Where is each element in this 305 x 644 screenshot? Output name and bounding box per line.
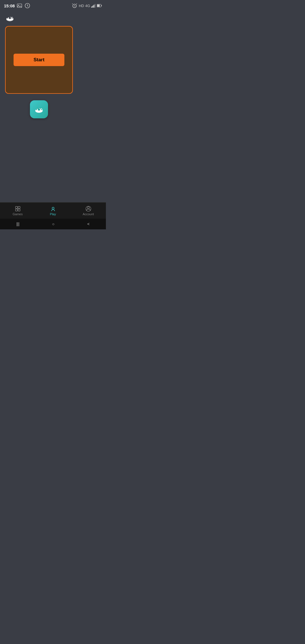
status-right: HD 4G: [71, 3, 102, 9]
account-icon: [85, 206, 91, 212]
battery-icon: [97, 4, 102, 7]
svg-rect-28: [18, 206, 20, 208]
svg-point-23: [37, 108, 38, 109]
app-logo-bar: [0, 10, 106, 26]
svg-point-14: [9, 17, 11, 19]
svg-point-15: [8, 16, 9, 17]
svg-point-25: [36, 109, 37, 110]
svg-rect-5: [92, 6, 93, 8]
bottom-nav: Games Play Account: [0, 202, 106, 219]
svg-rect-29: [15, 209, 17, 211]
svg-point-32: [87, 206, 89, 208]
svg-point-31: [52, 207, 54, 209]
svg-rect-6: [93, 5, 94, 8]
4g-badge: 4G: [85, 4, 90, 8]
nav-item-play[interactable]: Play: [35, 206, 71, 216]
app-logo: [4, 12, 16, 24]
android-nav-bar: ||| ○ <: [0, 219, 106, 229]
play-label: Play: [50, 212, 56, 216]
hd-badge: HD: [79, 4, 84, 8]
svg-rect-9: [97, 5, 100, 7]
play-icon: [50, 206, 56, 212]
games-label: Games: [13, 212, 23, 216]
svg-rect-27: [15, 206, 17, 208]
back-button[interactable]: <: [87, 222, 90, 226]
recent-apps-button[interactable]: |||: [16, 222, 19, 226]
svg-point-26: [41, 109, 42, 110]
game-app-icon: [33, 103, 45, 115]
status-bar: 15:08 HD 4G: [0, 0, 106, 10]
games-icon: [15, 206, 21, 212]
svg-rect-10: [101, 5, 102, 6]
svg-point-18: [12, 18, 12, 19]
svg-point-16: [11, 16, 12, 17]
svg-point-17: [7, 18, 8, 19]
game-card: Start: [5, 26, 73, 94]
svg-point-22: [38, 108, 40, 110]
game-icon-wrapper: [30, 100, 48, 118]
nav-item-account[interactable]: Account: [71, 206, 106, 216]
nav-item-games[interactable]: Games: [0, 206, 35, 216]
game-card-container: Start coc: [5, 26, 73, 109]
start-button[interactable]: Start: [14, 54, 64, 66]
alarm-status-icon: [71, 3, 78, 9]
main-content: Start coc: [0, 26, 106, 109]
svg-point-24: [40, 108, 41, 109]
svg-rect-4: [91, 6, 92, 8]
svg-point-1: [18, 5, 19, 6]
account-label: Account: [83, 212, 94, 216]
image-status-icon: [16, 3, 23, 9]
paw-cloud-logo-icon: [5, 12, 15, 23]
home-button[interactable]: ○: [52, 222, 55, 226]
status-time: 15:08: [4, 3, 15, 8]
signal-icon: [91, 4, 96, 8]
svg-rect-7: [95, 4, 95, 8]
svg-rect-30: [18, 209, 20, 211]
history-status-icon: [24, 3, 30, 9]
status-left: 15:08: [4, 3, 30, 9]
